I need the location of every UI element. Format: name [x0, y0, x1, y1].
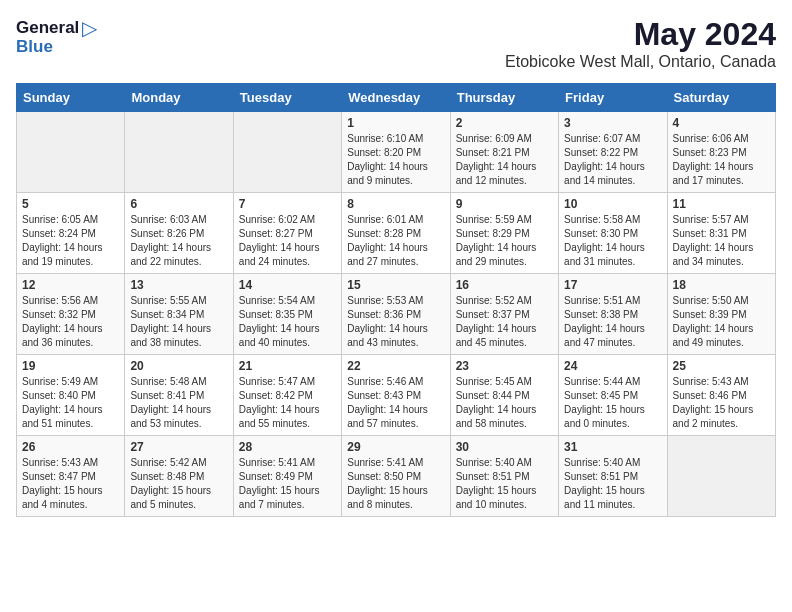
calendar-cell: 18Sunrise: 5:50 AM Sunset: 8:39 PM Dayli…	[667, 274, 775, 355]
day-info: Sunrise: 5:43 AM Sunset: 8:46 PM Dayligh…	[673, 375, 770, 431]
calendar-cell: 20Sunrise: 5:48 AM Sunset: 8:41 PM Dayli…	[125, 355, 233, 436]
day-info: Sunrise: 5:51 AM Sunset: 8:38 PM Dayligh…	[564, 294, 661, 350]
day-number: 2	[456, 116, 553, 130]
calendar-cell: 1Sunrise: 6:10 AM Sunset: 8:20 PM Daylig…	[342, 112, 450, 193]
day-number: 1	[347, 116, 444, 130]
day-number: 28	[239, 440, 336, 454]
calendar-week-1: 1Sunrise: 6:10 AM Sunset: 8:20 PM Daylig…	[17, 112, 776, 193]
calendar-cell: 26Sunrise: 5:43 AM Sunset: 8:47 PM Dayli…	[17, 436, 125, 517]
calendar-body: 1Sunrise: 6:10 AM Sunset: 8:20 PM Daylig…	[17, 112, 776, 517]
day-header-saturday: Saturday	[667, 84, 775, 112]
day-info: Sunrise: 6:09 AM Sunset: 8:21 PM Dayligh…	[456, 132, 553, 188]
day-info: Sunrise: 5:50 AM Sunset: 8:39 PM Dayligh…	[673, 294, 770, 350]
logo: General ▷ Blue	[16, 16, 97, 57]
day-info: Sunrise: 6:02 AM Sunset: 8:27 PM Dayligh…	[239, 213, 336, 269]
calendar-cell: 15Sunrise: 5:53 AM Sunset: 8:36 PM Dayli…	[342, 274, 450, 355]
calendar-week-4: 19Sunrise: 5:49 AM Sunset: 8:40 PM Dayli…	[17, 355, 776, 436]
calendar-table: SundayMondayTuesdayWednesdayThursdayFrid…	[16, 83, 776, 517]
day-info: Sunrise: 5:49 AM Sunset: 8:40 PM Dayligh…	[22, 375, 119, 431]
calendar-cell: 9Sunrise: 5:59 AM Sunset: 8:29 PM Daylig…	[450, 193, 558, 274]
calendar-cell: 22Sunrise: 5:46 AM Sunset: 8:43 PM Dayli…	[342, 355, 450, 436]
day-info: Sunrise: 5:58 AM Sunset: 8:30 PM Dayligh…	[564, 213, 661, 269]
day-number: 12	[22, 278, 119, 292]
day-info: Sunrise: 5:52 AM Sunset: 8:37 PM Dayligh…	[456, 294, 553, 350]
calendar-cell: 8Sunrise: 6:01 AM Sunset: 8:28 PM Daylig…	[342, 193, 450, 274]
day-header-wednesday: Wednesday	[342, 84, 450, 112]
day-info: Sunrise: 6:10 AM Sunset: 8:20 PM Dayligh…	[347, 132, 444, 188]
day-number: 9	[456, 197, 553, 211]
calendar-cell: 21Sunrise: 5:47 AM Sunset: 8:42 PM Dayli…	[233, 355, 341, 436]
day-header-monday: Monday	[125, 84, 233, 112]
calendar-cell: 31Sunrise: 5:40 AM Sunset: 8:51 PM Dayli…	[559, 436, 667, 517]
calendar-cell: 2Sunrise: 6:09 AM Sunset: 8:21 PM Daylig…	[450, 112, 558, 193]
day-number: 7	[239, 197, 336, 211]
day-info: Sunrise: 5:55 AM Sunset: 8:34 PM Dayligh…	[130, 294, 227, 350]
logo-general-text: General	[16, 18, 79, 38]
day-info: Sunrise: 5:46 AM Sunset: 8:43 PM Dayligh…	[347, 375, 444, 431]
calendar-cell: 27Sunrise: 5:42 AM Sunset: 8:48 PM Dayli…	[125, 436, 233, 517]
day-number: 14	[239, 278, 336, 292]
calendar-cell: 13Sunrise: 5:55 AM Sunset: 8:34 PM Dayli…	[125, 274, 233, 355]
calendar-cell: 5Sunrise: 6:05 AM Sunset: 8:24 PM Daylig…	[17, 193, 125, 274]
day-info: Sunrise: 6:06 AM Sunset: 8:23 PM Dayligh…	[673, 132, 770, 188]
calendar-cell: 14Sunrise: 5:54 AM Sunset: 8:35 PM Dayli…	[233, 274, 341, 355]
calendar-cell: 19Sunrise: 5:49 AM Sunset: 8:40 PM Dayli…	[17, 355, 125, 436]
day-number: 21	[239, 359, 336, 373]
day-info: Sunrise: 5:45 AM Sunset: 8:44 PM Dayligh…	[456, 375, 553, 431]
day-number: 15	[347, 278, 444, 292]
calendar-cell	[125, 112, 233, 193]
day-header-sunday: Sunday	[17, 84, 125, 112]
day-info: Sunrise: 5:42 AM Sunset: 8:48 PM Dayligh…	[130, 456, 227, 512]
day-number: 4	[673, 116, 770, 130]
main-title: May 2024	[505, 16, 776, 53]
calendar-cell: 10Sunrise: 5:58 AM Sunset: 8:30 PM Dayli…	[559, 193, 667, 274]
day-number: 26	[22, 440, 119, 454]
calendar-cell: 24Sunrise: 5:44 AM Sunset: 8:45 PM Dayli…	[559, 355, 667, 436]
day-number: 5	[22, 197, 119, 211]
day-number: 24	[564, 359, 661, 373]
day-number: 11	[673, 197, 770, 211]
day-number: 22	[347, 359, 444, 373]
calendar-week-2: 5Sunrise: 6:05 AM Sunset: 8:24 PM Daylig…	[17, 193, 776, 274]
day-info: Sunrise: 5:44 AM Sunset: 8:45 PM Dayligh…	[564, 375, 661, 431]
calendar-cell: 16Sunrise: 5:52 AM Sunset: 8:37 PM Dayli…	[450, 274, 558, 355]
calendar-cell: 23Sunrise: 5:45 AM Sunset: 8:44 PM Dayli…	[450, 355, 558, 436]
day-number: 30	[456, 440, 553, 454]
day-info: Sunrise: 5:56 AM Sunset: 8:32 PM Dayligh…	[22, 294, 119, 350]
calendar-cell	[233, 112, 341, 193]
calendar-cell: 3Sunrise: 6:07 AM Sunset: 8:22 PM Daylig…	[559, 112, 667, 193]
calendar-cell: 4Sunrise: 6:06 AM Sunset: 8:23 PM Daylig…	[667, 112, 775, 193]
day-info: Sunrise: 5:48 AM Sunset: 8:41 PM Dayligh…	[130, 375, 227, 431]
day-number: 27	[130, 440, 227, 454]
day-number: 3	[564, 116, 661, 130]
calendar-cell: 28Sunrise: 5:41 AM Sunset: 8:49 PM Dayli…	[233, 436, 341, 517]
day-info: Sunrise: 5:47 AM Sunset: 8:42 PM Dayligh…	[239, 375, 336, 431]
calendar-cell: 30Sunrise: 5:40 AM Sunset: 8:51 PM Dayli…	[450, 436, 558, 517]
day-number: 18	[673, 278, 770, 292]
day-number: 6	[130, 197, 227, 211]
day-header-thursday: Thursday	[450, 84, 558, 112]
day-number: 23	[456, 359, 553, 373]
day-number: 31	[564, 440, 661, 454]
calendar-cell: 7Sunrise: 6:02 AM Sunset: 8:27 PM Daylig…	[233, 193, 341, 274]
day-number: 25	[673, 359, 770, 373]
calendar-cell: 17Sunrise: 5:51 AM Sunset: 8:38 PM Dayli…	[559, 274, 667, 355]
day-info: Sunrise: 5:40 AM Sunset: 8:51 PM Dayligh…	[456, 456, 553, 512]
day-info: Sunrise: 5:40 AM Sunset: 8:51 PM Dayligh…	[564, 456, 661, 512]
day-info: Sunrise: 5:41 AM Sunset: 8:49 PM Dayligh…	[239, 456, 336, 512]
day-info: Sunrise: 5:54 AM Sunset: 8:35 PM Dayligh…	[239, 294, 336, 350]
day-header-tuesday: Tuesday	[233, 84, 341, 112]
day-number: 10	[564, 197, 661, 211]
subtitle: Etobicoke West Mall, Ontario, Canada	[505, 53, 776, 71]
day-number: 17	[564, 278, 661, 292]
calendar-cell: 25Sunrise: 5:43 AM Sunset: 8:46 PM Dayli…	[667, 355, 775, 436]
day-info: Sunrise: 6:07 AM Sunset: 8:22 PM Dayligh…	[564, 132, 661, 188]
calendar-week-5: 26Sunrise: 5:43 AM Sunset: 8:47 PM Dayli…	[17, 436, 776, 517]
day-number: 13	[130, 278, 227, 292]
day-info: Sunrise: 6:01 AM Sunset: 8:28 PM Dayligh…	[347, 213, 444, 269]
day-info: Sunrise: 5:53 AM Sunset: 8:36 PM Dayligh…	[347, 294, 444, 350]
day-info: Sunrise: 5:43 AM Sunset: 8:47 PM Dayligh…	[22, 456, 119, 512]
calendar-cell: 11Sunrise: 5:57 AM Sunset: 8:31 PM Dayli…	[667, 193, 775, 274]
day-number: 20	[130, 359, 227, 373]
calendar-cell: 12Sunrise: 5:56 AM Sunset: 8:32 PM Dayli…	[17, 274, 125, 355]
